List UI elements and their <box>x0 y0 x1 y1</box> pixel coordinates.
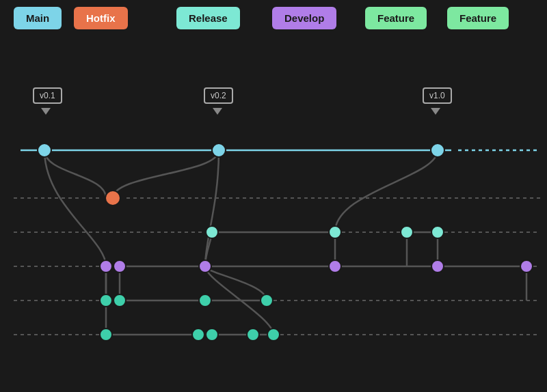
svg-point-31 <box>100 328 112 341</box>
svg-point-20 <box>431 226 444 238</box>
branch-feature2: Feature <box>447 7 509 29</box>
svg-point-34 <box>247 328 259 341</box>
svg-point-28 <box>114 294 126 307</box>
svg-point-26 <box>520 260 533 272</box>
svg-point-23 <box>199 260 211 272</box>
svg-point-27 <box>100 294 112 307</box>
git-lines <box>0 0 547 392</box>
branch-hotfix: Hotfix <box>74 7 128 29</box>
git-flow-diagram: Main Hotfix Release Develop Feature Feat… <box>0 0 547 392</box>
svg-point-16 <box>105 191 120 206</box>
arrow-v10 <box>431 108 440 115</box>
svg-point-15 <box>431 143 444 157</box>
version-v10: v1.0 <box>423 87 452 104</box>
branch-develop: Develop <box>272 7 336 29</box>
svg-point-33 <box>206 328 218 341</box>
svg-point-25 <box>431 260 444 272</box>
svg-point-17 <box>206 226 218 238</box>
svg-point-35 <box>267 328 280 341</box>
version-v01: v0.1 <box>33 87 62 104</box>
svg-point-32 <box>192 328 204 341</box>
branch-main: Main <box>14 7 62 29</box>
svg-point-13 <box>38 143 51 157</box>
branch-feature1: Feature <box>365 7 427 29</box>
svg-point-19 <box>401 226 413 238</box>
arrow-v01 <box>41 108 51 115</box>
svg-point-18 <box>329 226 341 238</box>
svg-point-24 <box>329 260 341 272</box>
svg-point-30 <box>261 294 273 307</box>
version-v02: v0.2 <box>204 87 233 104</box>
svg-point-21 <box>100 260 112 272</box>
svg-point-14 <box>212 143 226 157</box>
branch-release: Release <box>176 7 240 29</box>
svg-point-22 <box>114 260 126 272</box>
svg-point-29 <box>199 294 211 307</box>
arrow-v02 <box>213 108 222 115</box>
